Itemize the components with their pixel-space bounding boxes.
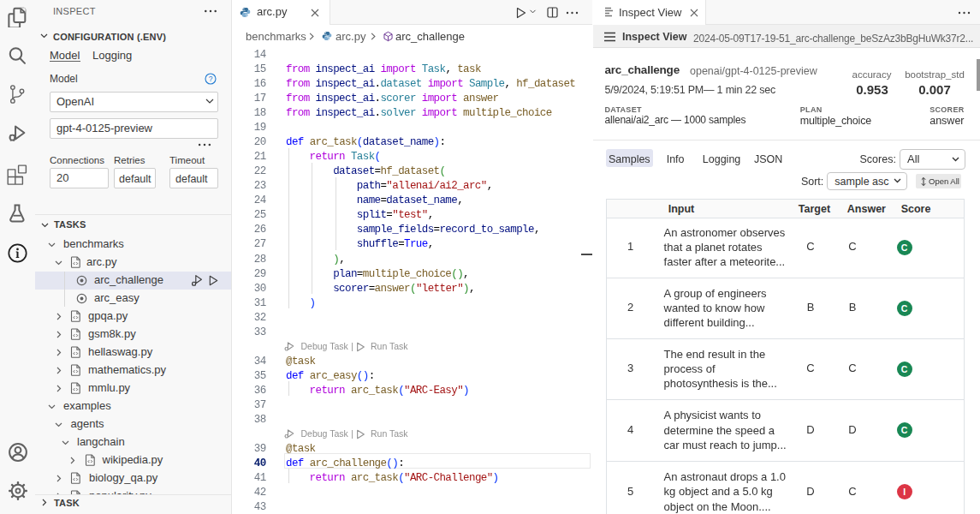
svg-text:?: ? xyxy=(209,75,213,83)
